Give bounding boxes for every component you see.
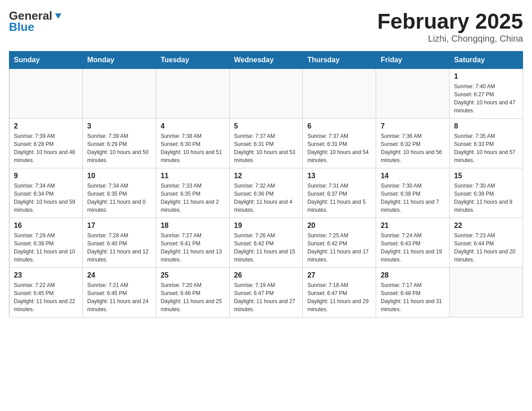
day-info: Sunrise: 7:22 AMSunset: 6:45 PMDaylight:… bbox=[14, 281, 78, 313]
calendar-cell: 3Sunrise: 7:39 AMSunset: 6:29 PMDaylight… bbox=[82, 119, 156, 168]
logo-arrow-icon bbox=[53, 12, 63, 21]
day-info: Sunrise: 7:26 AMSunset: 6:42 PMDaylight:… bbox=[234, 231, 298, 264]
day-number: 17 bbox=[87, 222, 151, 230]
day-number: 14 bbox=[381, 172, 445, 180]
col-monday: Monday bbox=[82, 51, 156, 69]
day-number: 15 bbox=[454, 172, 518, 180]
day-number: 6 bbox=[307, 122, 371, 130]
calendar-cell: 21Sunrise: 7:24 AMSunset: 6:43 PMDayligh… bbox=[376, 218, 450, 268]
calendar-cell bbox=[450, 268, 523, 317]
calendar-cell: 1Sunrise: 7:40 AMSunset: 6:27 PMDaylight… bbox=[450, 69, 523, 119]
calendar-cell: 17Sunrise: 7:28 AMSunset: 6:40 PMDayligh… bbox=[82, 218, 156, 268]
day-number: 12 bbox=[234, 172, 298, 180]
calendar-cell: 9Sunrise: 7:34 AMSunset: 6:34 PMDaylight… bbox=[9, 168, 83, 218]
day-number: 9 bbox=[14, 172, 78, 180]
day-number: 19 bbox=[234, 222, 298, 230]
calendar-cell: 15Sunrise: 7:30 AMSunset: 6:39 PMDayligh… bbox=[450, 168, 523, 218]
location-subtitle: Lizhi, Chongqing, China bbox=[377, 34, 523, 44]
day-number: 5 bbox=[234, 122, 298, 130]
col-saturday: Saturday bbox=[450, 51, 523, 69]
calendar-week-row: 2Sunrise: 7:39 AMSunset: 6:28 PMDaylight… bbox=[9, 119, 523, 168]
day-info: Sunrise: 7:31 AMSunset: 6:37 PMDaylight:… bbox=[307, 182, 371, 214]
calendar-week-row: 9Sunrise: 7:34 AMSunset: 6:34 PMDaylight… bbox=[9, 168, 523, 218]
calendar-cell: 11Sunrise: 7:33 AMSunset: 6:35 PMDayligh… bbox=[156, 168, 229, 218]
day-info: Sunrise: 7:39 AMSunset: 6:29 PMDaylight:… bbox=[87, 132, 151, 164]
calendar-week-row: 23Sunrise: 7:22 AMSunset: 6:45 PMDayligh… bbox=[9, 268, 523, 317]
day-number: 13 bbox=[307, 172, 371, 180]
day-info: Sunrise: 7:27 AMSunset: 6:41 PMDaylight:… bbox=[161, 231, 225, 264]
calendar-cell: 26Sunrise: 7:19 AMSunset: 6:47 PMDayligh… bbox=[229, 268, 303, 317]
calendar-cell bbox=[82, 69, 156, 119]
day-info: Sunrise: 7:38 AMSunset: 6:30 PMDaylight:… bbox=[161, 132, 225, 164]
day-info: Sunrise: 7:35 AMSunset: 6:33 PMDaylight:… bbox=[454, 132, 518, 164]
day-info: Sunrise: 7:17 AMSunset: 6:48 PMDaylight:… bbox=[381, 281, 445, 313]
calendar-cell: 18Sunrise: 7:27 AMSunset: 6:41 PMDayligh… bbox=[156, 218, 229, 268]
day-info: Sunrise: 7:34 AMSunset: 6:35 PMDaylight:… bbox=[87, 182, 151, 214]
day-number: 20 bbox=[307, 222, 371, 230]
page-header: General Blue February 2025 Lizhi, Chongq… bbox=[9, 9, 523, 44]
calendar-cell: 22Sunrise: 7:23 AMSunset: 6:44 PMDayligh… bbox=[450, 218, 523, 268]
day-info: Sunrise: 7:19 AMSunset: 6:47 PMDaylight:… bbox=[234, 281, 298, 313]
col-thursday: Thursday bbox=[303, 51, 376, 69]
day-info: Sunrise: 7:33 AMSunset: 6:35 PMDaylight:… bbox=[161, 182, 225, 214]
day-number: 23 bbox=[14, 271, 78, 279]
calendar-cell: 12Sunrise: 7:32 AMSunset: 6:36 PMDayligh… bbox=[229, 168, 303, 218]
day-info: Sunrise: 7:29 AMSunset: 6:39 PMDaylight:… bbox=[14, 231, 78, 264]
calendar-cell: 2Sunrise: 7:39 AMSunset: 6:28 PMDaylight… bbox=[9, 119, 83, 168]
day-info: Sunrise: 7:30 AMSunset: 6:38 PMDaylight:… bbox=[381, 182, 445, 214]
calendar-cell: 4Sunrise: 7:38 AMSunset: 6:30 PMDaylight… bbox=[156, 119, 229, 168]
col-sunday: Sunday bbox=[9, 51, 83, 69]
calendar-cell bbox=[156, 69, 229, 119]
day-info: Sunrise: 7:30 AMSunset: 6:39 PMDaylight:… bbox=[454, 182, 518, 214]
day-info: Sunrise: 7:24 AMSunset: 6:43 PMDaylight:… bbox=[381, 231, 445, 264]
day-number: 26 bbox=[234, 271, 298, 279]
calendar-cell bbox=[376, 69, 450, 119]
day-number: 11 bbox=[161, 172, 225, 180]
day-info: Sunrise: 7:37 AMSunset: 6:31 PMDaylight:… bbox=[307, 132, 371, 164]
calendar-cell: 10Sunrise: 7:34 AMSunset: 6:35 PMDayligh… bbox=[82, 168, 156, 218]
day-info: Sunrise: 7:28 AMSunset: 6:40 PMDaylight:… bbox=[87, 231, 151, 264]
day-number: 4 bbox=[161, 122, 225, 130]
calendar-header-row: Sunday Monday Tuesday Wednesday Thursday… bbox=[9, 51, 523, 69]
calendar-cell bbox=[229, 69, 303, 119]
day-info: Sunrise: 7:32 AMSunset: 6:36 PMDaylight:… bbox=[234, 182, 298, 214]
calendar-cell: 27Sunrise: 7:18 AMSunset: 6:47 PMDayligh… bbox=[303, 268, 376, 317]
calendar-cell: 19Sunrise: 7:26 AMSunset: 6:42 PMDayligh… bbox=[229, 218, 303, 268]
day-number: 27 bbox=[307, 271, 371, 279]
logo: General Blue bbox=[9, 9, 63, 34]
day-number: 21 bbox=[381, 222, 445, 230]
day-number: 10 bbox=[87, 172, 151, 180]
calendar-cell: 16Sunrise: 7:29 AMSunset: 6:39 PMDayligh… bbox=[9, 218, 83, 268]
title-section: February 2025 Lizhi, Chongqing, China bbox=[377, 9, 523, 44]
calendar-week-row: 1Sunrise: 7:40 AMSunset: 6:27 PMDaylight… bbox=[9, 69, 523, 119]
day-info: Sunrise: 7:18 AMSunset: 6:47 PMDaylight:… bbox=[307, 281, 371, 313]
day-info: Sunrise: 7:39 AMSunset: 6:28 PMDaylight:… bbox=[14, 132, 78, 164]
day-number: 7 bbox=[381, 122, 445, 130]
day-info: Sunrise: 7:37 AMSunset: 6:31 PMDaylight:… bbox=[234, 132, 298, 164]
calendar-cell: 7Sunrise: 7:36 AMSunset: 6:32 PMDaylight… bbox=[376, 119, 450, 168]
day-number: 28 bbox=[381, 271, 445, 279]
logo-blue-text: Blue bbox=[9, 20, 34, 34]
calendar-cell: 23Sunrise: 7:22 AMSunset: 6:45 PMDayligh… bbox=[9, 268, 83, 317]
day-info: Sunrise: 7:23 AMSunset: 6:44 PMDaylight:… bbox=[454, 231, 518, 264]
day-number: 16 bbox=[14, 222, 78, 230]
calendar-cell: 28Sunrise: 7:17 AMSunset: 6:48 PMDayligh… bbox=[376, 268, 450, 317]
svg-marker-0 bbox=[55, 13, 61, 19]
day-info: Sunrise: 7:25 AMSunset: 6:42 PMDaylight:… bbox=[307, 231, 371, 264]
calendar-cell: 13Sunrise: 7:31 AMSunset: 6:37 PMDayligh… bbox=[303, 168, 376, 218]
day-info: Sunrise: 7:36 AMSunset: 6:32 PMDaylight:… bbox=[381, 132, 445, 164]
day-number: 3 bbox=[87, 122, 151, 130]
day-number: 25 bbox=[161, 271, 225, 279]
col-tuesday: Tuesday bbox=[156, 51, 229, 69]
calendar-cell bbox=[303, 69, 376, 119]
day-info: Sunrise: 7:20 AMSunset: 6:46 PMDaylight:… bbox=[161, 281, 225, 313]
day-info: Sunrise: 7:34 AMSunset: 6:34 PMDaylight:… bbox=[14, 182, 78, 214]
calendar-cell: 14Sunrise: 7:30 AMSunset: 6:38 PMDayligh… bbox=[376, 168, 450, 218]
calendar-cell: 25Sunrise: 7:20 AMSunset: 6:46 PMDayligh… bbox=[156, 268, 229, 317]
day-info: Sunrise: 7:40 AMSunset: 6:27 PMDaylight:… bbox=[454, 82, 518, 115]
day-number: 24 bbox=[87, 271, 151, 279]
col-wednesday: Wednesday bbox=[229, 51, 303, 69]
col-friday: Friday bbox=[376, 51, 450, 69]
calendar-cell: 24Sunrise: 7:21 AMSunset: 6:45 PMDayligh… bbox=[82, 268, 156, 317]
day-number: 18 bbox=[161, 222, 225, 230]
